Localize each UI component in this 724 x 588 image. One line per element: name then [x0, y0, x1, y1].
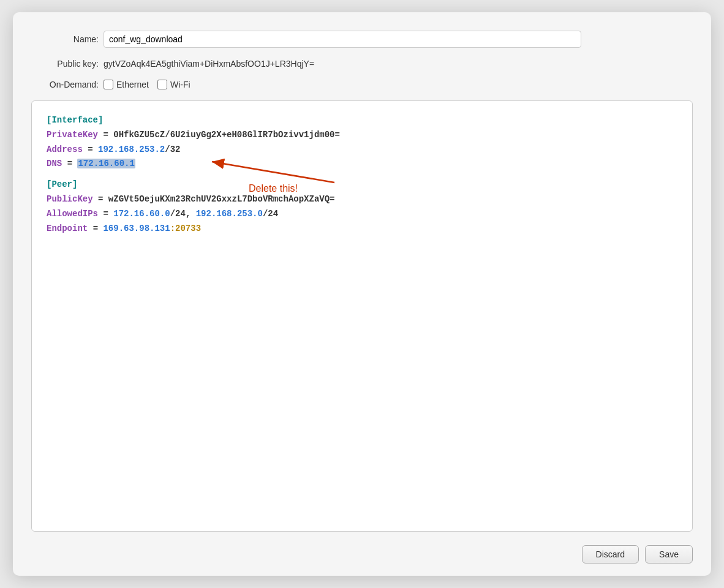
wifi-checkbox-label[interactable]: Wi-Fi	[157, 80, 190, 89]
wifi-checkbox[interactable]	[157, 80, 167, 89]
address-cidr: /32	[165, 145, 180, 154]
private-key-label: PrivateKey	[47, 130, 98, 140]
dns-line-container: DNS = 172.16.60.1 Delete this!	[47, 157, 677, 172]
dns-equals: =	[67, 159, 78, 168]
allowed-cidr1: /24	[170, 209, 186, 219]
peer-pubkey-value: wZGVt5OejuKXm23RchUV2GxxzL7DboVRmchAopXZ…	[108, 194, 335, 204]
interface-section-header: [Interface]	[47, 113, 677, 128]
endpoint-line: Endpoint = 169.63.98.131:20733	[47, 222, 677, 236]
allowed-ips-line: AllowedIPs = 172.16.60.0/24, 192.168.253…	[47, 207, 677, 222]
pubkey-row: Public key: gytVZoAqk4EA5gthiViam+DiHxmA…	[31, 59, 693, 69]
discard-button[interactable]: Discard	[582, 545, 639, 564]
name-input[interactable]	[104, 31, 581, 48]
dns-key-label: DNS	[47, 159, 62, 168]
endpoint-ip: 169.63.98.131	[103, 224, 170, 233]
address-ip: 192.168.253.2	[98, 145, 165, 154]
allowed-comma: ,	[186, 209, 196, 219]
config-content: [Interface] PrivateKey = 0HfkGZU5cZ/6U2i…	[47, 113, 677, 236]
allowed-cidr2: /24	[263, 209, 278, 219]
private-key-line: PrivateKey = 0HfkGZU5cZ/6U2iuyGg2X+eH08G…	[47, 128, 677, 143]
save-button[interactable]: Save	[645, 545, 693, 564]
allowed-ip1: 172.16.60.0	[113, 209, 170, 219]
name-label: Name:	[31, 34, 99, 44]
name-row: Name:	[31, 31, 693, 48]
dns-ip: 172.16.60.1	[77, 159, 135, 168]
allowed-ip2: 192.168.253.0	[196, 209, 263, 219]
pubkey-label: Public key:	[31, 59, 99, 69]
pubkey-value: gytVZoAqk4EA5gthiViam+DiHxmAbsfOO1J+LR3H…	[104, 59, 314, 69]
ondemand-options: Ethernet Wi-Fi	[104, 80, 190, 89]
interface-header-text: [Interface]	[47, 115, 103, 125]
private-key-equals: =	[103, 130, 113, 140]
ethernet-checkbox[interactable]	[104, 80, 113, 89]
main-window: Name: Public key: gytVZoAqk4EA5gthiViam+…	[13, 12, 711, 576]
address-label: Address	[47, 145, 83, 154]
peer-pubkey-equals: =	[98, 194, 108, 204]
address-equals: =	[88, 145, 98, 154]
peer-header-text: [Peer]	[47, 179, 77, 189]
ethernet-checkbox-label[interactable]: Ethernet	[104, 80, 149, 89]
private-key-value: 0HfkGZU5cZ/6U2iuyGg2X+eH08GlIR7bOzivv1jd…	[113, 130, 340, 140]
ondemand-row: On-Demand: Ethernet Wi-Fi	[31, 80, 693, 89]
address-line: Address = 192.168.253.2/32	[47, 143, 677, 157]
peer-pubkey-label: PublicKey	[47, 194, 93, 204]
endpoint-port: :20733	[170, 224, 201, 233]
allowed-ips-label: AllowedIPs	[47, 209, 98, 219]
dns-line: DNS = 172.16.60.1	[47, 157, 677, 172]
wifi-label: Wi-Fi	[170, 80, 190, 89]
endpoint-label: Endpoint	[47, 224, 88, 233]
allowed-ips-equals: =	[103, 209, 113, 219]
config-box[interactable]: [Interface] PrivateKey = 0HfkGZU5cZ/6U2i…	[31, 100, 693, 532]
peer-section-header: [Peer]	[47, 178, 677, 192]
ethernet-label: Ethernet	[116, 80, 149, 89]
peer-publickey-line: PublicKey = wZGVt5OejuKXm23RchUV2GxxzL7D…	[47, 192, 677, 207]
endpoint-equals: =	[93, 224, 104, 233]
footer-buttons: Discard Save	[31, 545, 693, 564]
ondemand-label: On-Demand:	[31, 80, 99, 89]
